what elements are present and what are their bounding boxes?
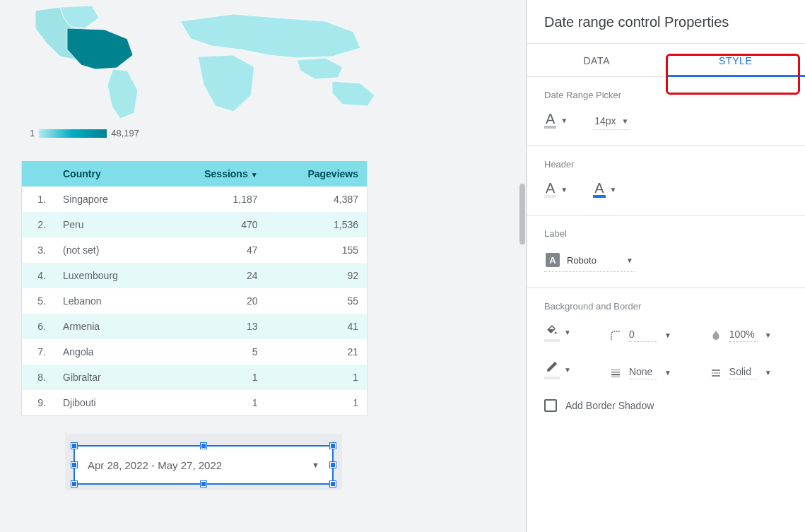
chevron-down-icon: ▼ (765, 331, 772, 339)
cell-country: Singapore (54, 187, 162, 212)
border-style-select[interactable]: Solid ▼ (710, 366, 772, 379)
cell-pageviews: 155 (266, 237, 367, 263)
header-color-button[interactable]: A ▼ (593, 181, 616, 199)
table-row[interactable]: 2.Peru4701,536 (22, 212, 367, 237)
table-row[interactable]: 5.Lebanon2055 (22, 288, 367, 314)
font-color-button[interactable]: A ▼ (544, 112, 568, 130)
opacity-field[interactable]: 100% ▼ (710, 329, 772, 342)
tab-data[interactable]: DATA (527, 44, 666, 76)
chevron-down-icon: ▼ (626, 256, 633, 264)
cell-sessions: 5 (162, 339, 266, 365)
col-index[interactable] (22, 161, 54, 187)
cell-sessions: 20 (162, 288, 266, 314)
col-pageviews[interactable]: Pageviews (266, 161, 367, 187)
date-range-control[interactable]: Apr 28, 2022 - May 27, 2022 ▼ (74, 445, 334, 485)
section-title: Date Range Picker (544, 90, 788, 100)
legend-max: 48,197 (111, 128, 139, 138)
cell-pageviews: 1 (266, 365, 367, 390)
row-index: 9. (22, 390, 54, 415)
row-index: 2. (22, 212, 54, 237)
resize-handle[interactable] (71, 462, 77, 468)
header-bgcolor-button[interactable]: A ▼ (544, 181, 568, 199)
tab-style[interactable]: STYLE (666, 44, 806, 76)
border-style-icon (710, 367, 722, 379)
table-row[interactable]: 8.Gibraltar11 (22, 365, 367, 390)
rounded-corner-icon (609, 329, 622, 342)
add-border-shadow-checkbox[interactable]: Add Border Shadow (544, 399, 788, 412)
border-color-button[interactable]: ▼ (544, 360, 571, 379)
row-index: 5. (22, 288, 54, 314)
row-index: 8. (22, 365, 54, 390)
cell-sessions: 47 (162, 237, 266, 263)
section-background-border: Background and Border ▼ 0 ▼ 100% (527, 288, 805, 427)
chevron-down-icon: ▼ (765, 369, 772, 377)
world-map-svg (21, 0, 382, 124)
cell-sessions: 24 (162, 263, 266, 288)
chevron-down-icon: ▼ (312, 461, 319, 469)
cell-country: Angola (54, 339, 162, 365)
resize-handle[interactable] (201, 443, 206, 449)
row-index: 4. (22, 263, 54, 288)
opacity-icon (710, 329, 722, 342)
font-size-select[interactable]: 14px ▼ (593, 114, 630, 130)
table-row[interactable]: 7.Angola521 (22, 339, 367, 365)
table-row[interactable]: 3.(not set)47155 (22, 237, 367, 263)
country-table[interactable]: Country Sessions▼ Pageviews 1.Singapore1… (21, 161, 368, 416)
cell-pageviews: 1 (266, 390, 367, 415)
chevron-down-icon: ▼ (564, 366, 571, 374)
map-legend: 1 48,197 (30, 128, 139, 138)
cell-country: Peru (54, 212, 162, 237)
row-index: 1. (22, 187, 54, 212)
border-radius-field[interactable]: 0 ▼ (609, 329, 671, 342)
cell-sessions: 1 (162, 365, 266, 390)
section-title: Label (544, 228, 788, 239)
font-icon: A (544, 112, 556, 129)
section-label: Label A Roboto ▼ (527, 215, 805, 288)
cell-pageviews: 4,387 (266, 187, 367, 212)
resize-handle[interactable] (330, 462, 336, 468)
chevron-down-icon: ▼ (560, 186, 568, 194)
font-icon: A (546, 253, 560, 267)
report-canvas[interactable]: 1 48,197 Country Sessions▼ Pageviews 1.S… (0, 0, 527, 532)
line-weight-select[interactable]: None ▼ (609, 366, 671, 379)
chevron-down-icon: ▼ (664, 369, 671, 377)
properties-panel: Date range control Properties DATA STYLE… (527, 0, 805, 532)
chevron-down-icon: ▼ (622, 117, 629, 125)
col-sessions[interactable]: Sessions▼ (162, 161, 266, 187)
section-title: Header (544, 159, 788, 170)
resize-handle[interactable] (71, 481, 77, 487)
resize-handle[interactable] (330, 443, 336, 449)
table-row[interactable]: 1.Singapore1,1874,387 (22, 187, 367, 212)
table-row[interactable]: 4.Luxembourg2492 (22, 263, 367, 288)
row-index: 3. (22, 237, 54, 263)
font-family-select[interactable]: A Roboto ▼ (544, 250, 635, 272)
table-row[interactable]: 6.Armenia1341 (22, 314, 367, 339)
table-row[interactable]: 9.Djibouti11 (22, 390, 367, 415)
section-header: Header A ▼ A ▼ (527, 146, 805, 215)
cell-sessions: 13 (162, 314, 266, 339)
resize-handle[interactable] (201, 481, 206, 487)
cell-country: (not set) (54, 237, 162, 263)
scrollbar-thumb[interactable] (519, 184, 525, 244)
cell-pageviews: 92 (266, 263, 367, 288)
chevron-down-icon: ▼ (564, 329, 571, 336)
cell-country: Armenia (54, 314, 162, 339)
cell-pageviews: 1,536 (266, 212, 367, 237)
resize-handle[interactable] (71, 443, 77, 449)
cell-country: Luxembourg (54, 263, 162, 288)
resize-handle[interactable] (330, 481, 336, 487)
cell-country: Gibraltar (54, 365, 162, 390)
col-country[interactable]: Country (54, 161, 162, 187)
chevron-down-icon: ▼ (610, 186, 617, 194)
line-weight-icon (609, 367, 622, 379)
legend-gradient (39, 129, 107, 138)
legend-min: 1 (30, 128, 35, 138)
cell-sessions: 1 (162, 390, 266, 415)
tabs: DATA STYLE (527, 44, 805, 77)
paint-bucket-icon (544, 323, 560, 342)
fill-color-button[interactable]: ▼ (544, 323, 571, 342)
geo-map[interactable]: 1 48,197 (21, 0, 382, 141)
cell-pageviews: 41 (266, 314, 367, 339)
date-range-container[interactable]: Apr 28, 2022 - May 27, 2022 ▼ (65, 434, 342, 490)
cell-country: Djibouti (54, 390, 162, 415)
